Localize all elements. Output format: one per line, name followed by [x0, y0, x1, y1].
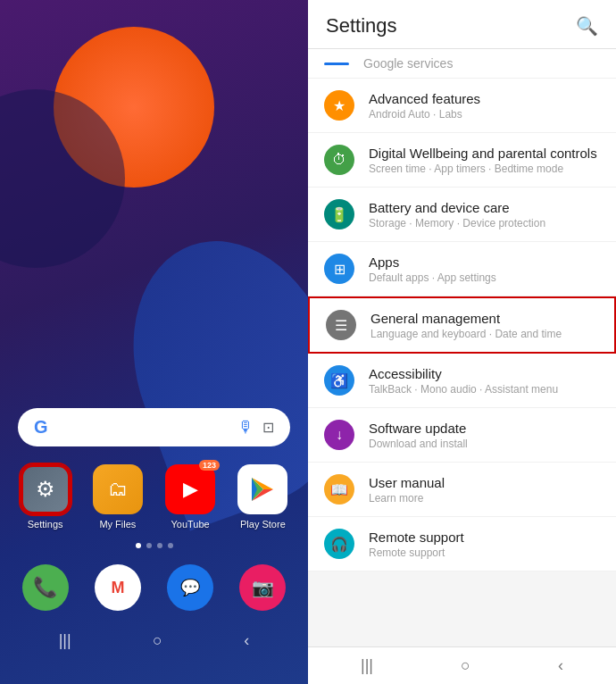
- myfiles-app-label: My Files: [99, 519, 136, 530]
- phone-screen: G 🎙 ⊡ ⚙ Settings 🗂 My Files ▶ 123 YouTub…: [0, 0, 308, 684]
- timer-icon: ⏱: [332, 152, 346, 168]
- gmail-m-icon: M: [111, 579, 124, 597]
- advanced-features-title: Advanced features: [369, 91, 600, 106]
- nav-home-btn[interactable]: ○: [153, 631, 162, 650]
- settings-nav-recent-btn[interactable]: |||: [361, 656, 373, 675]
- dock-messages[interactable]: 💬: [159, 564, 222, 611]
- app-item-settings[interactable]: ⚙ Settings: [13, 464, 77, 530]
- battery-text: Battery and device care Storage · Memory…: [369, 200, 600, 229]
- remote-support-subtitle: Remote support: [369, 546, 600, 559]
- dock-gmail[interactable]: M: [86, 564, 149, 611]
- general-management-icon: ☰: [326, 310, 356, 340]
- nav-back-btn[interactable]: ‹: [244, 631, 249, 650]
- google-services-bar-icon: [324, 63, 349, 65]
- camera-search-icon: ⊡: [262, 419, 274, 436]
- remote-support-title: Remote support: [369, 530, 600, 545]
- messages-icon[interactable]: 💬: [167, 564, 213, 611]
- phone-icon[interactable]: 📞: [22, 564, 69, 611]
- dot-2: [146, 543, 152, 548]
- settings-item-battery[interactable]: 🔋 Battery and device care Storage · Memo…: [308, 188, 616, 242]
- youtube-app-icon[interactable]: ▶ 123: [165, 464, 215, 514]
- user-manual-icon: 📖: [324, 474, 354, 505]
- book-icon: 📖: [330, 481, 348, 498]
- battery-subtitle: Storage · Memory · Device protection: [369, 217, 600, 229]
- folder-icon: 🗂: [108, 478, 128, 501]
- software-update-text: Software update Download and install: [369, 421, 600, 450]
- settings-item-digital-wellbeing[interactable]: ⏱ Digital Wellbeing and parental control…: [308, 133, 616, 188]
- settings-app-icon[interactable]: ⚙: [21, 464, 71, 514]
- dock-phone[interactable]: 📞: [13, 564, 77, 611]
- dot-1: [136, 543, 141, 548]
- download-icon: ↓: [336, 427, 343, 443]
- google-search-bar[interactable]: G 🎙 ⊡: [18, 408, 290, 446]
- headset-icon: 🎧: [330, 536, 348, 553]
- page-dots: [0, 543, 308, 548]
- settings-item-remote-support[interactable]: 🎧 Remote support Remote support: [308, 517, 616, 571]
- settings-item-general-management[interactable]: ☰ General management Language and keyboa…: [308, 296, 616, 354]
- digital-wellbeing-title: Digital Wellbeing and parental controls: [369, 146, 600, 161]
- camera-app-icon: 📷: [252, 577, 274, 598]
- user-manual-subtitle: Learn more: [369, 492, 600, 505]
- software-update-subtitle: Download and install: [369, 438, 600, 450]
- settings-item-user-manual[interactable]: 📖 User manual Learn more: [308, 463, 616, 517]
- nav-recent-btn[interactable]: |||: [59, 631, 71, 650]
- accessibility-title: Accessibility: [369, 366, 600, 381]
- settings-search-button[interactable]: 🔍: [576, 15, 598, 37]
- dock-camera[interactable]: 📷: [231, 564, 295, 611]
- advanced-features-icon: ★: [324, 90, 354, 121]
- app-item-myfiles[interactable]: 🗂 My Files: [86, 464, 149, 530]
- settings-item-advanced-features[interactable]: ★ Advanced features Android Auto · Labs: [308, 79, 616, 133]
- dot-4: [168, 543, 173, 548]
- user-manual-title: User manual: [369, 475, 600, 490]
- youtube-app-label: YouTube: [171, 519, 210, 530]
- youtube-badge: 123: [199, 460, 220, 471]
- user-manual-text: User manual Learn more: [369, 475, 600, 505]
- play-icon: ▶: [183, 478, 198, 501]
- apps-text: Apps Default apps · App settings: [369, 254, 600, 284]
- accessibility-text: Accessibility TalkBack · Mono audio · As…: [369, 366, 600, 396]
- menu-icon: ☰: [335, 317, 347, 334]
- general-management-text: General management Language and keyboard…: [370, 311, 598, 340]
- dot-3: [157, 543, 162, 548]
- google-g-logo: G: [34, 417, 48, 438]
- accessibility-icon: ♿: [324, 365, 354, 396]
- google-services-label: Google services: [363, 56, 453, 71]
- battery-title: Battery and device care: [369, 200, 600, 215]
- settings-header: Settings 🔍: [308, 0, 616, 49]
- app-item-playstore[interactable]: Play Store: [231, 464, 295, 530]
- settings-panel: Settings 🔍 Google services ★ Advanced fe…: [308, 0, 616, 684]
- digital-wellbeing-icon: ⏱: [324, 145, 354, 175]
- gmail-icon[interactable]: M: [95, 564, 141, 611]
- chat-icon: 💬: [180, 578, 200, 597]
- settings-item-google-services[interactable]: Google services: [308, 49, 616, 79]
- playstore-svg-icon: [249, 476, 276, 503]
- phone-nav-bar: ||| ○ ‹: [0, 624, 308, 657]
- remote-support-icon: 🎧: [324, 529, 354, 559]
- app-item-youtube[interactable]: ▶ 123 YouTube: [159, 464, 222, 530]
- playstore-app-icon[interactable]: [237, 464, 287, 514]
- bottom-dock: 📞 M 💬 📷: [0, 564, 308, 611]
- settings-nav-bar: ||| ○ ‹: [308, 646, 616, 684]
- settings-nav-back-btn[interactable]: ‹: [558, 656, 563, 675]
- battery-symbol-icon: 🔋: [330, 206, 348, 223]
- advanced-features-subtitle: Android Auto · Labs: [369, 108, 600, 121]
- settings-app-label: Settings: [28, 519, 63, 530]
- apps-icon: ⊞: [324, 254, 354, 284]
- accessibility-subtitle: TalkBack · Mono audio · Assistant menu: [369, 383, 600, 396]
- battery-icon: 🔋: [324, 199, 354, 229]
- software-update-icon: ↓: [324, 420, 354, 450]
- apps-subtitle: Default apps · App settings: [369, 271, 600, 284]
- playstore-app-label: Play Store: [240, 519, 286, 530]
- settings-nav-home-btn[interactable]: ○: [461, 656, 470, 675]
- mic-icon: 🎙: [237, 418, 254, 437]
- digital-wellbeing-subtitle: Screen time · App timers · Bedtime mode: [369, 163, 600, 175]
- general-management-subtitle: Language and keyboard · Date and time: [370, 328, 598, 340]
- settings-item-apps[interactable]: ⊞ Apps Default apps · App settings: [308, 242, 616, 296]
- apps-title: Apps: [369, 254, 600, 270]
- app-grid: ⚙ Settings 🗂 My Files ▶ 123 YouTube: [0, 464, 308, 530]
- settings-item-accessibility[interactable]: ♿ Accessibility TalkBack · Mono audio · …: [308, 354, 616, 408]
- phone-call-icon: 📞: [33, 576, 57, 599]
- camera-icon[interactable]: 📷: [239, 564, 286, 611]
- settings-item-software-update[interactable]: ↓ Software update Download and install: [308, 408, 616, 463]
- myfiles-app-icon[interactable]: 🗂: [93, 464, 143, 514]
